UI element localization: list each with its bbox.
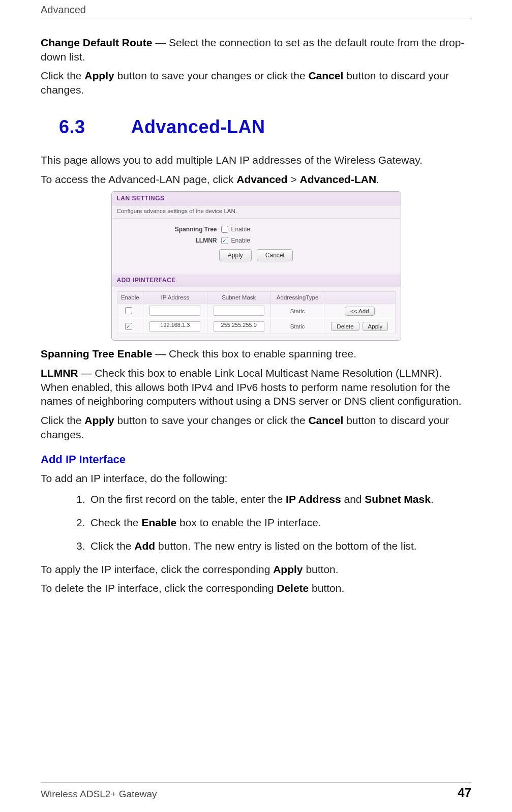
para-apply-cancel-2: Click the Apply button to save your chan… <box>41 413 471 441</box>
text: To access the Advanced-LAN page, click <box>41 173 236 185</box>
table-row: 192.168.1.3 255.255.255.0 Static Delete … <box>117 319 395 334</box>
col-actions <box>324 292 395 304</box>
ip-address-term: IP Address <box>286 493 341 505</box>
para-addip-intro: To add an IP interface, do the following… <box>41 471 471 486</box>
para-delete-if: To delete the IP interface, click the co… <box>41 581 471 595</box>
text: Click the <box>41 70 84 81</box>
text: On the first record on the table, enter … <box>91 493 286 505</box>
text: Click the <box>91 540 134 552</box>
page-footer: Wireless ADSL2+ Gateway 47 <box>41 782 471 800</box>
text: button. The new entry is listed on the b… <box>155 540 416 552</box>
mask-input-row2[interactable]: 255.255.255.0 <box>214 321 264 332</box>
list-item: 1. On the first record on the table, ent… <box>76 492 471 506</box>
footer-product: Wireless ADSL2+ Gateway <box>41 789 157 800</box>
text: To delete the IP interface, click the co… <box>41 582 277 594</box>
para-change-default-route: Change Default Route — Select the connec… <box>41 36 471 64</box>
text: To apply the IP interface, click the cor… <box>41 563 273 575</box>
panel-title-add-ip: ADD IPINTERFACE <box>112 274 401 287</box>
checkbox-enable-row1[interactable] <box>125 307 132 314</box>
add-term: Add <box>134 540 155 552</box>
text: — Check this box to enable spanning tree… <box>152 348 356 359</box>
list-number: 1. <box>76 492 85 506</box>
type-cell: Static <box>270 319 324 334</box>
list-item: 3. Click the Add button. The new entry i… <box>76 539 471 553</box>
row-spanning-tree: Spanning Tree Enable <box>117 226 396 233</box>
term-change-default-route: Change Default Route <box>41 37 152 48</box>
label-llmnr: LLMNR <box>117 237 221 244</box>
text: > <box>288 173 300 185</box>
para-apply-cancel-1: Click the Apply button to save your chan… <box>41 69 471 97</box>
subnet-mask-term: Subnet Mask <box>365 493 431 505</box>
apply-word: Apply <box>84 414 114 426</box>
cancel-button[interactable]: Cancel <box>257 249 293 261</box>
text: and <box>341 493 365 505</box>
panel-subtitle: Configure advance settings of the device… <box>112 205 401 219</box>
text: button to save your changes or click the <box>114 70 309 81</box>
label-spanning-tree: Spanning Tree <box>117 226 221 233</box>
mask-input-row1[interactable] <box>214 306 264 316</box>
panel-title-lan-settings: LAN SETTINGS <box>112 192 401 205</box>
add-button[interactable]: << Add <box>345 307 374 316</box>
term-llmnr: LLMNR <box>41 367 78 379</box>
nav-advanced: Advanced <box>236 173 287 185</box>
enable-term: Enable <box>141 517 176 528</box>
heading-title: Advanced-LAN <box>131 116 265 138</box>
para-intro: This page allows you to add multiple LAN… <box>41 153 471 167</box>
text: box to enable the IP interface. <box>176 517 321 528</box>
table-row: Static << Add <box>117 304 395 319</box>
text: button to save your changes or click the <box>114 414 309 426</box>
list-number: 3. <box>76 539 85 553</box>
text-enable: Enable <box>231 226 250 233</box>
apply-button[interactable]: Apply <box>219 249 252 261</box>
ip-input-row1[interactable] <box>149 306 200 316</box>
apply-row-button[interactable]: Apply <box>363 322 388 331</box>
para-access: To access the Advanced-LAN page, click A… <box>41 172 471 187</box>
type-cell: Static <box>270 304 324 319</box>
screenshot-lan-settings: LAN SETTINGS Configure advance settings … <box>111 191 401 341</box>
list-number: 2. <box>76 516 85 530</box>
text: button. <box>303 563 339 575</box>
checkbox-llmnr[interactable] <box>221 237 228 244</box>
col-ip: IP Address <box>143 292 207 304</box>
nav-advanced-lan: Advanced-LAN <box>300 173 377 185</box>
cancel-word: Cancel <box>308 70 343 81</box>
running-header: Advanced <box>41 0 471 18</box>
text: . <box>376 173 379 185</box>
ip-interface-table: Enable IP Address Subnet Mask Addressing… <box>117 291 396 334</box>
text-enable: Enable <box>231 237 250 244</box>
delete-button[interactable]: Delete <box>331 322 359 331</box>
page-number: 47 <box>458 786 471 800</box>
delete-word: Delete <box>277 582 309 594</box>
apply-word: Apply <box>273 563 303 575</box>
ip-input-row2[interactable]: 192.168.1.3 <box>149 321 200 332</box>
para-apply-if: To apply the IP interface, click the cor… <box>41 562 471 577</box>
para-llmnr: LLMNR — Check this box to enable Link Lo… <box>41 366 471 408</box>
para-spanning: Spanning Tree Enable — Check this box to… <box>41 347 471 361</box>
text: Click the <box>41 414 84 426</box>
text: . <box>431 493 434 505</box>
col-type: AddressingType <box>270 292 324 304</box>
heading-6-3: 6.3 Advanced-LAN <box>59 116 471 138</box>
checkbox-enable-row2[interactable] <box>125 323 132 330</box>
heading-add-ip-interface: Add IP Interface <box>41 453 471 466</box>
heading-number: 6.3 <box>59 116 85 138</box>
cancel-word: Cancel <box>308 414 343 426</box>
text: Check the <box>91 517 141 528</box>
text: button. <box>309 582 344 594</box>
checkbox-spanning-tree[interactable] <box>221 226 228 233</box>
text: — Check this box to enable Link Local Mu… <box>41 367 462 407</box>
col-enable: Enable <box>117 292 143 304</box>
term-spanning: Spanning Tree Enable <box>41 348 152 359</box>
row-llmnr: LLMNR Enable <box>117 237 396 244</box>
col-mask: Subnet Mask <box>207 292 270 304</box>
apply-word: Apply <box>84 70 114 81</box>
list-item: 2. Check the Enable box to enable the IP… <box>76 516 471 530</box>
ordered-list: 1. On the first record on the table, ent… <box>76 492 471 553</box>
